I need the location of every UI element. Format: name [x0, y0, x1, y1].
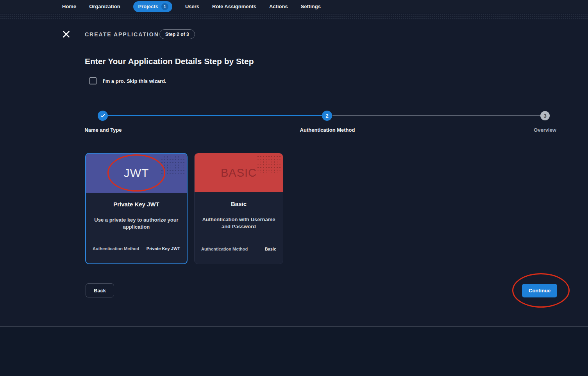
step-2-label: Authentication Method: [300, 127, 355, 133]
check-icon: [100, 113, 105, 118]
step-1-circle[interactable]: [98, 111, 108, 121]
step-3-label: Overview: [534, 127, 556, 133]
skip-wizard-row: I'm a pro. Skip this wizard.: [89, 77, 166, 84]
card-meta-row: Authentication Method Private Key JWT: [86, 246, 187, 251]
nav-item-users[interactable]: Users: [185, 4, 199, 9]
projects-count-badge: 1: [161, 3, 168, 10]
close-icon[interactable]: [62, 30, 70, 38]
skip-wizard-label: I'm a pro. Skip this wizard.: [103, 78, 166, 84]
back-button[interactable]: Back: [86, 283, 114, 297]
step-3-circle[interactable]: 3: [540, 111, 550, 120]
step-2-circle[interactable]: 2: [322, 111, 332, 121]
jwt-banner-text: JWT: [124, 167, 149, 180]
nav-item-actions[interactable]: Actions: [269, 4, 288, 9]
continue-button[interactable]: Continue: [522, 284, 557, 297]
card-title: Basic: [195, 201, 283, 207]
step-1-label: Name and Type: [84, 127, 122, 133]
auth-method-card-private-key-jwt[interactable]: JWT Private Key JWT Use a private key to…: [85, 153, 188, 264]
meta-value: Basic: [265, 247, 276, 251]
step-progress-badge: Step 2 of 3: [159, 29, 195, 39]
stepper-line-completed: [108, 115, 322, 116]
card-description: Authentication with Username and Passwor…: [195, 216, 283, 230]
wizard-title: CREATE APPLICATION: [85, 31, 159, 38]
card-meta-row: Authentication Method Basic: [195, 247, 283, 251]
auth-method-card-basic[interactable]: BASIC Basic Authentication with Username…: [194, 153, 283, 264]
nav-item-role-assignments[interactable]: Role Assignments: [212, 4, 256, 9]
card-title: Private Key JWT: [86, 201, 187, 208]
basic-banner-image: BASIC: [195, 153, 283, 192]
meta-label: Authentication Method: [201, 247, 248, 251]
skip-wizard-checkbox[interactable]: [89, 77, 97, 84]
nav-item-projects[interactable]: Projects 1: [133, 1, 172, 12]
page-title: Enter Your Application Details Step by S…: [85, 57, 254, 66]
stepper-line-upcoming: [332, 115, 540, 116]
basic-banner-text: BASIC: [221, 167, 257, 179]
nav-item-settings[interactable]: Settings: [301, 4, 321, 9]
nav-item-home[interactable]: Home: [62, 4, 76, 9]
card-description: Use a private key to authorize your appl…: [86, 217, 187, 230]
meta-value: Private Key JWT: [147, 246, 180, 251]
footer: [0, 326, 588, 376]
jwt-banner-image: JWT: [86, 154, 187, 193]
meta-label: Authentication Method: [93, 246, 139, 251]
nav-item-organization[interactable]: Organization: [89, 4, 120, 9]
nav-item-projects-label: Projects: [138, 4, 158, 9]
top-navigation: Home Organization Projects 1 Users Role …: [0, 0, 588, 13]
dotted-texture: [0, 14, 588, 19]
app-screen: Home Organization Projects 1 Users Role …: [0, 0, 588, 376]
